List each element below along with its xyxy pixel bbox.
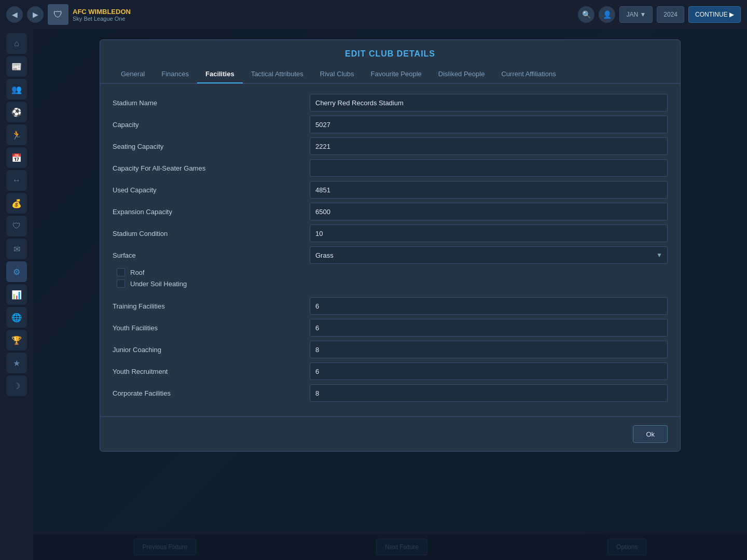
club-info: AFC WIMBLEDON Sky Bet League One — [73, 8, 574, 22]
club-name: AFC WIMBLEDON — [73, 8, 574, 16]
sidebar-trophy[interactable]: 🏆 — [6, 330, 27, 351]
junior-coaching-input[interactable] — [310, 341, 668, 358]
surface-select[interactable]: Grass Artificial Hybrid — [310, 246, 668, 264]
expansion-capacity-row: Expansion Capacity — [113, 203, 668, 220]
tab-tactical-attributes[interactable]: Tactical Attributes — [243, 65, 312, 83]
expansion-capacity-label: Expansion Capacity — [113, 208, 310, 216]
sidebar-news[interactable]: 📰 — [6, 56, 27, 77]
ok-button[interactable]: Ok — [633, 425, 668, 443]
stadium-condition-row: Stadium Condition — [113, 225, 668, 242]
sidebar-stats[interactable]: 📊 — [6, 284, 27, 305]
capacity-row: Capacity — [113, 116, 668, 133]
sidebar-settings[interactable]: ⚙ — [6, 261, 27, 282]
tab-current-affiliations[interactable]: Current Affiliations — [493, 65, 564, 83]
seating-capacity-label: Seating Capacity — [113, 143, 310, 150]
sidebar-star[interactable]: ★ — [6, 353, 27, 373]
sidebar-globe[interactable]: 🌐 — [6, 307, 27, 328]
tab-general[interactable]: General — [113, 65, 153, 83]
continue-btn[interactable]: CONTINUE ▶ — [688, 6, 741, 23]
nav-right: 🔍 👤 JAN ▼ 2024 CONTINUE ▶ — [578, 6, 741, 23]
seating-capacity-input[interactable] — [310, 137, 668, 155]
youth-recruitment-input[interactable] — [310, 362, 668, 380]
modal-title: EDIT CLUB DETAILS — [100, 40, 680, 65]
tabs-container: General Finances Facilities Tactical Att… — [100, 65, 680, 83]
surface-label: Surface — [113, 251, 310, 259]
surface-row: Surface Grass Artificial Hybrid ▼ — [113, 246, 668, 264]
training-facilities-input[interactable] — [310, 297, 668, 315]
youth-recruitment-row: Youth Recruitment — [113, 362, 668, 380]
youth-facilities-label: Youth Facilities — [113, 324, 310, 332]
tab-favourite-people[interactable]: Favourite People — [363, 65, 430, 83]
stadium-condition-label: Stadium Condition — [113, 230, 310, 237]
left-sidebar: ⌂ 📰 👥 ⚽ 🏃 📅 ↔ 💰 🛡 ✉ ⚙ 📊 🌐 🏆 ★ ☽ — [0, 29, 33, 560]
roof-label[interactable]: Roof — [130, 269, 144, 276]
stadium-condition-input[interactable] — [310, 225, 668, 242]
back-button[interactable]: ◀ — [6, 6, 23, 23]
forward-button[interactable]: ▶ — [27, 6, 44, 23]
expansion-capacity-input[interactable] — [310, 203, 668, 220]
sidebar-club[interactable]: 🛡 — [6, 216, 27, 236]
sidebar-squad[interactable]: 👥 — [6, 79, 27, 100]
club-league: Sky Bet League One — [73, 16, 574, 22]
sidebar-inbox[interactable]: ✉ — [6, 239, 27, 259]
sidebar-tactics[interactable]: ⚽ — [6, 102, 27, 122]
tab-facilities[interactable]: Facilities — [197, 65, 243, 83]
junior-coaching-row: Junior Coaching — [113, 341, 668, 358]
roof-checkbox[interactable] — [117, 268, 125, 276]
capacity-label: Capacity — [113, 121, 310, 129]
youth-recruitment-label: Youth Recruitment — [113, 368, 310, 375]
stadium-name-row: Stadium Name — [113, 94, 668, 111]
training-facilities-row: Training Facilities — [113, 297, 668, 315]
used-capacity-label: Used Capacity — [113, 186, 310, 194]
capacity-all-seater-row: Capacity For All-Seater Games — [113, 159, 668, 177]
profile-icon[interactable]: 👤 — [599, 6, 615, 23]
under-soil-heating-checkbox[interactable] — [117, 279, 125, 288]
time-btn[interactable]: 2024 — [657, 6, 684, 23]
top-nav: ◀ ▶ 🛡 AFC WIMBLEDON Sky Bet League One 🔍… — [0, 0, 747, 29]
corporate-facilities-label: Corporate Facilities — [113, 389, 310, 397]
modal-footer: Ok — [100, 416, 680, 451]
tab-rival-clubs[interactable]: Rival Clubs — [312, 65, 363, 83]
under-soil-heating-label[interactable]: Under Soil Heating — [130, 280, 187, 288]
sidebar-finances[interactable]: 💰 — [6, 193, 27, 214]
sidebar-transfers[interactable]: ↔ — [6, 170, 27, 191]
seating-capacity-row: Seating Capacity — [113, 137, 668, 155]
corporate-facilities-input[interactable] — [310, 384, 668, 402]
roof-row: Roof — [113, 268, 668, 276]
junior-coaching-label: Junior Coaching — [113, 346, 310, 354]
under-soil-heating-row: Under Soil Heating — [113, 279, 668, 288]
sidebar-home[interactable]: ⌂ — [6, 33, 27, 54]
sidebar-training[interactable]: 🏃 — [6, 124, 27, 145]
modal-backdrop: EDIT CLUB DETAILS General Finances Facil… — [33, 29, 747, 560]
edit-club-modal: EDIT CLUB DETAILS General Finances Facil… — [100, 39, 681, 452]
used-capacity-row: Used Capacity — [113, 181, 668, 199]
stadium-name-input[interactable] — [310, 94, 668, 111]
capacity-all-seater-input[interactable] — [310, 159, 668, 177]
tab-disliked-people[interactable]: Disliked People — [430, 65, 493, 83]
used-capacity-input[interactable] — [310, 181, 668, 199]
capacity-input[interactable] — [310, 116, 668, 133]
corporate-facilities-row: Corporate Facilities — [113, 384, 668, 402]
sidebar-matches[interactable]: 📅 — [6, 147, 27, 168]
sidebar-moon[interactable]: ☽ — [6, 375, 27, 396]
capacity-all-seater-label: Capacity For All-Seater Games — [113, 164, 310, 172]
date-btn[interactable]: JAN ▼ — [619, 6, 653, 23]
club-badge: 🛡 — [48, 4, 68, 25]
stadium-name-label: Stadium Name — [113, 99, 310, 107]
training-facilities-label: Training Facilities — [113, 302, 310, 310]
surface-select-wrapper: Grass Artificial Hybrid ▼ — [310, 246, 668, 264]
search-icon[interactable]: 🔍 — [578, 6, 594, 23]
youth-facilities-input[interactable] — [310, 319, 668, 337]
modal-body: Stadium Name Capacity Seating Capacity C… — [100, 83, 680, 416]
tab-finances[interactable]: Finances — [153, 65, 197, 83]
youth-facilities-row: Youth Facilities — [113, 319, 668, 337]
